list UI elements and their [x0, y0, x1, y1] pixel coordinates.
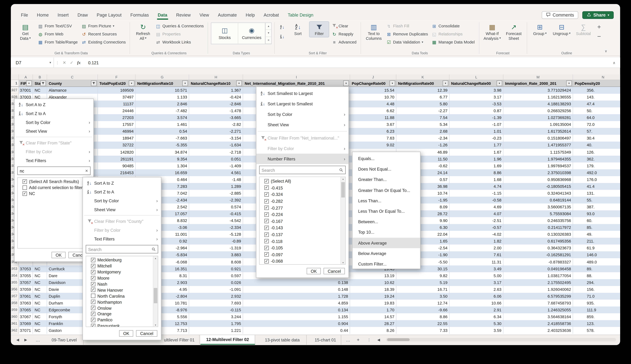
checkbox-checked[interactable]: ✓ [264, 206, 269, 210]
cell[interactable]: -0.162581291 [504, 252, 573, 258]
cell[interactable]: 89. [573, 265, 620, 272]
cell[interactable]: -9.66 [396, 306, 450, 313]
cell[interactable]: -1.319 [189, 245, 243, 252]
cell[interactable]: -2.82 [189, 121, 243, 128]
cell[interactable]: 12.74 [396, 300, 450, 306]
checkbox-checked[interactable]: ✓ [264, 179, 269, 183]
column-header-m[interactable]: M [504, 74, 573, 80]
ribbon-tab-review[interactable]: Review [172, 11, 195, 19]
ribbon-tab-view[interactable]: View [195, 11, 214, 19]
cell[interactable]: 60. [573, 217, 620, 224]
menu-item-sort-by-color[interactable]: Sort by Color› [83, 196, 161, 205]
cell[interactable]: 1.038177054 [504, 272, 573, 279]
checkbox-unchecked[interactable] [22, 185, 27, 190]
cell[interactable]: -1.07 [450, 121, 503, 128]
cell[interactable]: 37065 [19, 306, 33, 313]
cell[interactable]: 61.9 [573, 245, 620, 252]
ok-button[interactable]: OK [307, 268, 321, 274]
table-header-naturalchangerate10[interactable]: NaturalChangeRate10▾ [189, 80, 243, 86]
column-header-f[interactable]: F [98, 74, 136, 80]
cell[interactable]: 37059 [19, 286, 33, 293]
cell[interactable]: 4.561 [189, 169, 243, 176]
cell[interactable]: -1.634 [189, 142, 243, 148]
column-header-j[interactable]: J [350, 74, 396, 80]
cell[interactable]: 7.33 [396, 327, 450, 334]
filter-value-item[interactable]: ✓Onslow [86, 305, 158, 311]
filter-dropdown-icon[interactable]: ▾ [26, 80, 32, 86]
gallery-more-icon[interactable]: ≡ [266, 37, 271, 44]
cell[interactable]: 578. [573, 327, 620, 334]
cell[interactable]: 6.34 [450, 313, 503, 320]
row-header[interactable]: 1957 [11, 293, 19, 300]
ribbon-tab-file[interactable]: File [16, 11, 32, 19]
cell[interactable]: 0.44 [243, 327, 350, 334]
cell[interactable]: 50. [573, 108, 620, 114]
filter-dropdown-icon[interactable]: ▾ [566, 80, 572, 86]
cell[interactable]: 5.34 [396, 121, 450, 128]
cell[interactable]: 49. [573, 231, 620, 238]
cell[interactable]: 3.59 [450, 327, 503, 334]
submenu-item-above-average[interactable]: Above Average [352, 238, 420, 248]
filter-dropdown-icon[interactable]: ▾ [442, 80, 448, 86]
filter-value-item[interactable]: ✓Orange [86, 311, 158, 317]
cell[interactable]: 169509 [98, 87, 136, 94]
checkbox-checked[interactable]: ✓ [264, 192, 269, 196]
menu-item-sheet-view[interactable]: Sheet View› [14, 127, 93, 136]
column-header-k[interactable]: K [396, 74, 450, 80]
cell[interactable]: NC [33, 272, 47, 279]
tab-splitter-icon[interactable]: ⋮ [367, 335, 372, 345]
filter-applied-icon[interactable] [40, 80, 46, 86]
cell[interactable]: 0.268329256 [504, 108, 573, 114]
ribbon-tab-automate[interactable]: Automate [214, 11, 241, 19]
clear-button[interactable]: ✕Clear [330, 22, 358, 30]
cell[interactable]: 4.74 [450, 183, 503, 190]
sheet-list-ellipsis[interactable]: … [34, 335, 42, 345]
row-header[interactable]: 1956 [11, 286, 19, 293]
filter-value-item[interactable]: ✓Mitchell [86, 263, 158, 269]
cell[interactable]: 72.0 [573, 121, 620, 128]
cell[interactable]: 0.148 [243, 286, 350, 293]
cell[interactable]: 3.98 [450, 87, 503, 94]
cell[interactable]: -2.51 [450, 217, 503, 224]
cell[interactable]: 0.049196458 [504, 265, 573, 272]
from-picture-button[interactable]: ▨From Picture▾ [80, 22, 127, 30]
cell[interactable]: 146.0 [573, 252, 620, 258]
menu-item-number-filters[interactable]: Number Filters› [256, 154, 348, 164]
cell[interactable]: NC [33, 300, 47, 306]
checkbox-unchecked[interactable] [91, 294, 95, 298]
row-header[interactable]: 1 [11, 80, 19, 86]
cell[interactable]: 1.155 [243, 313, 350, 320]
cell[interactable]: Alamance [47, 87, 98, 94]
cell[interactable]: 8.86 [396, 313, 450, 320]
cell[interactable]: 387. [573, 204, 620, 210]
show-detail-button[interactable]: + [594, 22, 604, 32]
cell[interactable]: 32722 [98, 142, 136, 148]
cell[interactable]: 6.77 [396, 94, 450, 100]
cell[interactable]: 11137 [98, 100, 136, 108]
cell[interactable]: 7.61 [450, 252, 503, 258]
cell[interactable]: 47.4 [573, 100, 620, 108]
ribbon-tab-data[interactable]: Data [153, 11, 172, 19]
cell[interactable]: 7.54 [396, 114, 450, 121]
cell[interactable]: 4.188138293 [504, 100, 573, 108]
cell[interactable]: 0.617495356 [504, 238, 573, 245]
column-header-i[interactable]: I [243, 74, 350, 80]
sort-za-button[interactable]: ZA↓ [278, 32, 287, 41]
filter-value-item[interactable]: Add current selection to filter [18, 184, 90, 190]
filter-value-item[interactable]: ✓Mecklenburg [86, 257, 158, 263]
from-web-button[interactable]: ◍From Web [37, 30, 79, 38]
from-table-range-button[interactable]: ▦From Table/Range [37, 38, 79, 46]
cell[interactable]: 17557 [98, 121, 136, 128]
table-header-netmigrationrate00[interactable]: NetMigrationRate00▾ [396, 80, 450, 86]
cell[interactable]: 0.597 [189, 272, 243, 279]
cell[interactable]: 216453 [98, 169, 136, 176]
cell[interactable]: 10.62 [350, 279, 396, 286]
cell[interactable]: 211. [573, 238, 620, 245]
cell[interactable]: 3.244 [189, 313, 243, 320]
new-sheet-button[interactable]: + [354, 335, 362, 345]
cell[interactable]: 37053 [19, 265, 33, 272]
cell[interactable]: 0.87 [450, 108, 503, 114]
cell[interactable]: 0.904 [243, 320, 350, 327]
cell[interactable]: 1.246325055 [504, 306, 573, 313]
properties-button[interactable]: ▤Properties [154, 30, 205, 38]
